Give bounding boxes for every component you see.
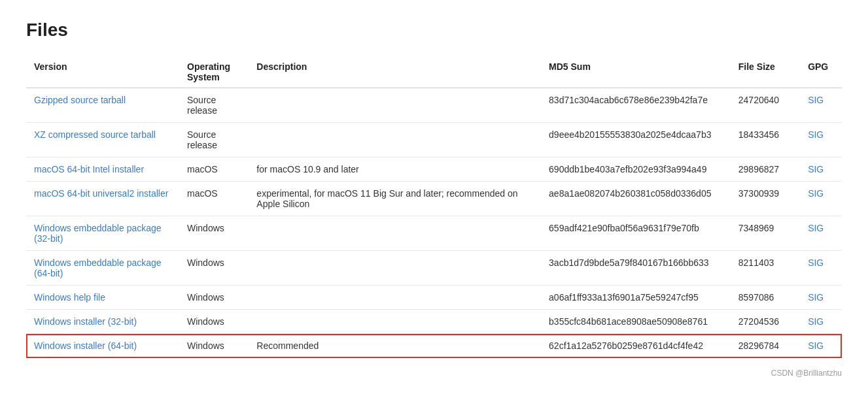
description-cell <box>249 123 541 157</box>
sig-link[interactable]: SIG <box>808 188 824 199</box>
md5-cell: ae8a1ae082074b260381c058d0336d05 <box>541 182 731 216</box>
md5-cell: 659adf421e90fba0f56a9631f79e70fb <box>541 216 731 251</box>
description-cell <box>249 310 541 334</box>
description-cell <box>249 286 541 310</box>
version-link[interactable]: Windows embeddable package (32-bit) <box>34 223 162 244</box>
os-cell: macOS <box>179 182 249 216</box>
table-row: Windows installer (64-bit)WindowsRecomme… <box>26 334 842 358</box>
filesize-cell: 37300939 <box>731 182 800 216</box>
description-cell <box>249 216 541 251</box>
filesize-cell: 18433456 <box>731 123 800 157</box>
version-link[interactable]: XZ compressed source tarball <box>34 129 156 140</box>
md5-cell: 690ddb1be403a7efb202e93f3a994a49 <box>541 157 731 182</box>
sig-link[interactable]: SIG <box>808 129 824 140</box>
header-version: Version <box>26 56 179 88</box>
version-link[interactable]: Windows embeddable package (64-bit) <box>34 257 162 278</box>
version-link[interactable]: Windows installer (64-bit) <box>34 340 137 351</box>
header-gpg: GPG <box>800 56 842 88</box>
md5-cell: 62cf1a12a5276b0259e8761d4cf4fe42 <box>541 334 731 358</box>
table-row: Windows help fileWindowsa06af1ff933a13f6… <box>26 286 842 310</box>
sig-link[interactable]: SIG <box>808 95 824 105</box>
sig-link[interactable]: SIG <box>808 316 824 327</box>
description-cell <box>249 251 541 286</box>
page-title: Files <box>26 20 842 41</box>
watermark: CSDN @Brilliantzhu <box>26 369 842 378</box>
files-table: Version Operating System Description MD5… <box>26 56 842 358</box>
table-row: Gzipped source tarballSource release83d7… <box>26 88 842 123</box>
md5-cell: a06af1ff933a13f6901a75e59247cf95 <box>541 286 731 310</box>
os-cell: Windows <box>179 251 249 286</box>
header-description: Description <box>249 56 541 88</box>
os-cell: macOS <box>179 157 249 182</box>
table-row: Windows installer (32-bit)Windowsb355cfc… <box>26 310 842 334</box>
md5-cell: 3acb1d7d9bde5a79f840167b166bb633 <box>541 251 731 286</box>
table-row: macOS 64-bit universal2 installermacOSex… <box>26 182 842 216</box>
table-row: Windows embeddable package (32-bit)Windo… <box>26 216 842 251</box>
sig-link[interactable]: SIG <box>808 223 824 233</box>
os-cell: Windows <box>179 286 249 310</box>
md5-cell: b355cfc84b681ace8908ae50908e8761 <box>541 310 731 334</box>
md5-cell: d9eee4b20155553830a2025e4dcaa7b3 <box>541 123 731 157</box>
sig-link[interactable]: SIG <box>808 257 824 268</box>
version-link[interactable]: Windows help file <box>34 292 105 303</box>
filesize-cell: 28296784 <box>731 334 800 358</box>
description-cell <box>249 88 541 123</box>
filesize-cell: 27204536 <box>731 310 800 334</box>
version-link[interactable]: macOS 64-bit universal2 installer <box>34 188 168 199</box>
filesize-cell: 24720640 <box>731 88 800 123</box>
description-cell: experimental, for macOS 11 Big Sur and l… <box>249 182 541 216</box>
table-row: Windows embeddable package (64-bit)Windo… <box>26 251 842 286</box>
os-cell: Windows <box>179 216 249 251</box>
filesize-cell: 7348969 <box>731 216 800 251</box>
version-link[interactable]: Gzipped source tarball <box>34 95 126 105</box>
table-row: macOS 64-bit Intel installermacOSfor mac… <box>26 157 842 182</box>
description-cell: Recommended <box>249 334 541 358</box>
sig-link[interactable]: SIG <box>808 340 824 351</box>
filesize-cell: 8597086 <box>731 286 800 310</box>
sig-link[interactable]: SIG <box>808 292 824 303</box>
os-cell: Windows <box>179 334 249 358</box>
table-header-row: Version Operating System Description MD5… <box>26 56 842 88</box>
header-os: Operating System <box>179 56 249 88</box>
version-link[interactable]: macOS 64-bit Intel installer <box>34 164 144 174</box>
table-row: XZ compressed source tarballSource relea… <box>26 123 842 157</box>
header-filesize: File Size <box>731 56 800 88</box>
header-md5: MD5 Sum <box>541 56 731 88</box>
filesize-cell: 29896827 <box>731 157 800 182</box>
version-link[interactable]: Windows installer (32-bit) <box>34 316 137 327</box>
os-cell: Windows <box>179 310 249 334</box>
os-cell: Source release <box>179 123 249 157</box>
sig-link[interactable]: SIG <box>808 164 824 174</box>
md5-cell: 83d71c304acab6c678e86e239b42fa7e <box>541 88 731 123</box>
description-cell: for macOS 10.9 and later <box>249 157 541 182</box>
os-cell: Source release <box>179 88 249 123</box>
filesize-cell: 8211403 <box>731 251 800 286</box>
